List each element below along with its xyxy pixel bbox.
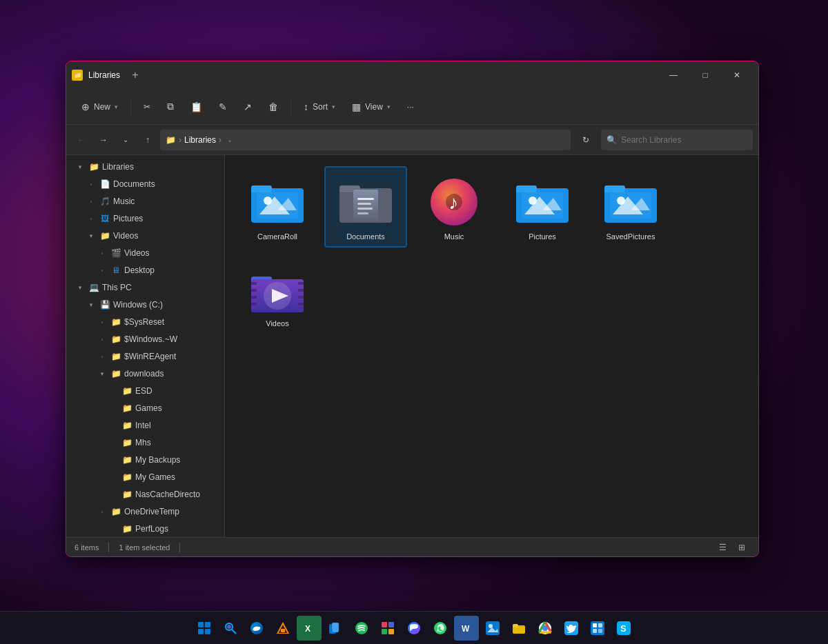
sort-button[interactable]: ↕ Sort ▾: [297, 94, 342, 119]
sidebar-item-games[interactable]: 📁 Games: [69, 400, 221, 416]
expand-icon: ›: [97, 506, 108, 517]
expand-icon: [108, 420, 119, 431]
cut-icon: ✂: [144, 102, 150, 112]
pictures-folder-icon: [515, 176, 570, 225]
new-button[interactable]: ⊕ New ▾: [75, 94, 125, 119]
svg-rect-39: [298, 289, 304, 292]
svg-rect-76: [593, 623, 597, 627]
taskbar-skype-button[interactable]: S: [611, 616, 636, 641]
status-sep-1: [108, 543, 109, 552]
expand-icon: ▼: [75, 282, 86, 293]
file-item-music[interactable]: ♪ Music: [413, 166, 495, 248]
sidebar-item-this-pc[interactable]: ▼ 💻 This PC: [69, 279, 221, 296]
folder-icon: 📁: [99, 230, 110, 241]
taskbar-whatsapp-button[interactable]: [428, 616, 453, 641]
file-item-pictures[interactable]: Pictures: [501, 166, 584, 248]
svg-text:W: W: [462, 624, 470, 634]
file-item-documents[interactable]: Documents: [324, 166, 407, 248]
expand-icon: ▼: [86, 299, 97, 310]
sidebar-item-esd[interactable]: 📁 ESD: [69, 383, 221, 399]
paste-button[interactable]: 📋: [184, 94, 209, 119]
search-input[interactable]: [621, 135, 747, 145]
share-button[interactable]: ↗: [237, 94, 259, 119]
file-item-videos[interactable]: Videos: [236, 253, 319, 334]
taskbar-edge-button[interactable]: [244, 616, 269, 641]
sidebar-item-winreagent[interactable]: › 📁 $WinREAgent: [69, 348, 221, 365]
taskbar-twitter-button[interactable]: [559, 616, 584, 641]
file-label-pictures: Pictures: [529, 232, 556, 241]
sidebar-item-nascachedir[interactable]: 📁 NasCacheDirecto: [69, 486, 221, 503]
path-folder-icon: 📁: [166, 135, 176, 145]
folder-icon: 📁: [121, 437, 132, 448]
view-button[interactable]: ▦ View ▾: [345, 94, 397, 119]
sidebar-item-windows-w[interactable]: › 📁 $Windows.~W: [69, 331, 221, 348]
file-item-savedpictures[interactable]: SavedPictures: [589, 166, 672, 248]
taskbar-store-button[interactable]: [585, 616, 610, 641]
sidebar-item-mhs[interactable]: 📁 Mhs: [69, 434, 221, 451]
taskbar-explorer-button[interactable]: [506, 616, 531, 641]
taskbar-excel-button[interactable]: X: [297, 616, 322, 641]
file-icon-music: ♪: [426, 173, 482, 228]
sidebar-item-sysreset[interactable]: › 📁 $SysReset: [69, 314, 221, 330]
rename-button[interactable]: ✎: [212, 94, 234, 119]
taskbar-search-button[interactable]: [218, 616, 243, 641]
taskbar-photos-button[interactable]: [480, 616, 505, 641]
taskbar-grid-button[interactable]: [375, 616, 400, 641]
taskbar-spotify-button[interactable]: [349, 616, 374, 641]
address-dropdown-icon[interactable]: ⌄: [227, 136, 233, 143]
taskbar-word-button[interactable]: W: [454, 616, 479, 641]
up-button[interactable]: ↑: [138, 130, 157, 150]
expand-icon: ▼: [86, 230, 97, 241]
refresh-button[interactable]: ↻: [576, 130, 595, 150]
sidebar-item-music[interactable]: › 🎵 Music: [69, 193, 221, 210]
taskbar-chrome-button[interactable]: [533, 616, 558, 641]
sidebar-item-pictures[interactable]: › 🖼 Pictures: [69, 210, 221, 227]
svg-rect-70: [513, 624, 518, 627]
list-view-toggle[interactable]: ☰: [714, 541, 731, 554]
maximize-button[interactable]: □: [689, 64, 721, 86]
svg-rect-34: [251, 282, 257, 285]
sidebar-item-documents[interactable]: › 📄 Documents: [69, 176, 221, 192]
sidebar-item-libraries[interactable]: ▼ 📁 Libraries: [69, 159, 221, 175]
sidebar-item-videos[interactable]: ▼ 📁 Videos: [69, 228, 221, 244]
sidebar: ▼ 📁 Libraries › 📄 Documents › 🎵 Music › …: [66, 155, 225, 537]
pictures-icon: 🖼: [99, 213, 110, 224]
sidebar-item-windows-c[interactable]: ▼ 💾 Windows (C:): [69, 296, 221, 313]
sidebar-item-onedrivetemp[interactable]: › 📁 OneDriveTemp: [69, 503, 221, 520]
taskbar-vlc-button[interactable]: [270, 616, 295, 641]
expand-icon: ›: [86, 196, 97, 207]
sidebar-item-my-backups[interactable]: 📁 My Backups: [69, 452, 221, 468]
back-button[interactable]: ←: [72, 130, 91, 150]
minimize-button[interactable]: —: [658, 64, 689, 86]
file-label-savedpictures: SavedPictures: [607, 232, 656, 241]
file-explorer-window: 📁 Libraries + — □ ✕ ⊕ New ▾ ✂ ⧉ 📋 ✎: [66, 61, 759, 557]
more-button[interactable]: ···: [400, 94, 421, 119]
grid-view-toggle[interactable]: ⊞: [733, 541, 750, 554]
paste-icon: 📋: [190, 101, 202, 112]
dropdown-nav-button[interactable]: ⌄: [116, 130, 135, 150]
copy-button[interactable]: ⧉: [160, 94, 181, 119]
sort-icon: ↕: [304, 101, 308, 112]
sidebar-item-downloads[interactable]: ▼ 📁 downloads: [69, 365, 221, 382]
file-item-cameraroll[interactable]: CameraRoll: [236, 166, 319, 248]
taskbar-start-button[interactable]: [192, 616, 217, 641]
delete-button[interactable]: 🗑: [262, 94, 285, 119]
file-explorer-taskbar-icon: [512, 621, 526, 635]
sidebar-item-desktop[interactable]: › 🖥 Desktop: [69, 262, 221, 279]
close-button[interactable]: ✕: [721, 64, 753, 86]
drive-icon: 💾: [99, 299, 110, 310]
item-count: 6 items: [75, 543, 99, 552]
sidebar-item-perflogs[interactable]: 📁 PerfLogs: [69, 521, 221, 537]
address-path[interactable]: 📁 › Libraries › ⌄: [160, 130, 571, 150]
sidebar-item-my-games[interactable]: 📁 My Games: [69, 469, 221, 485]
status-bar-right: ☰ ⊞: [714, 541, 750, 554]
new-tab-button[interactable]: +: [126, 66, 145, 85]
cut-button[interactable]: ✂: [137, 94, 157, 119]
taskbar-messenger-button[interactable]: [402, 616, 426, 641]
forward-button[interactable]: →: [94, 130, 113, 150]
file-icon-videos: [250, 260, 305, 315]
sidebar-item-intel[interactable]: 📁 Intel: [69, 417, 221, 434]
taskbar-files-button[interactable]: [323, 616, 348, 641]
sidebar-item-videos-sub[interactable]: › 🎬 Videos: [69, 245, 221, 261]
svg-rect-52: [281, 629, 285, 632]
